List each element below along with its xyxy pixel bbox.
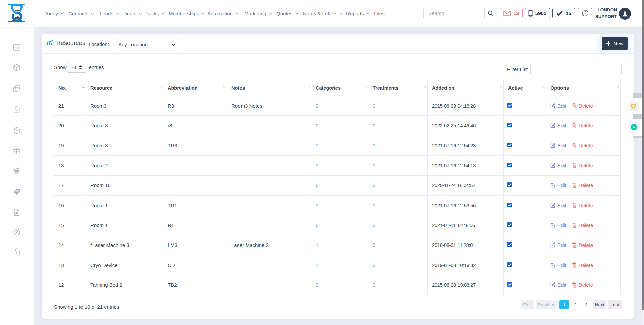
svg-text:12: 12 [15, 47, 18, 50]
